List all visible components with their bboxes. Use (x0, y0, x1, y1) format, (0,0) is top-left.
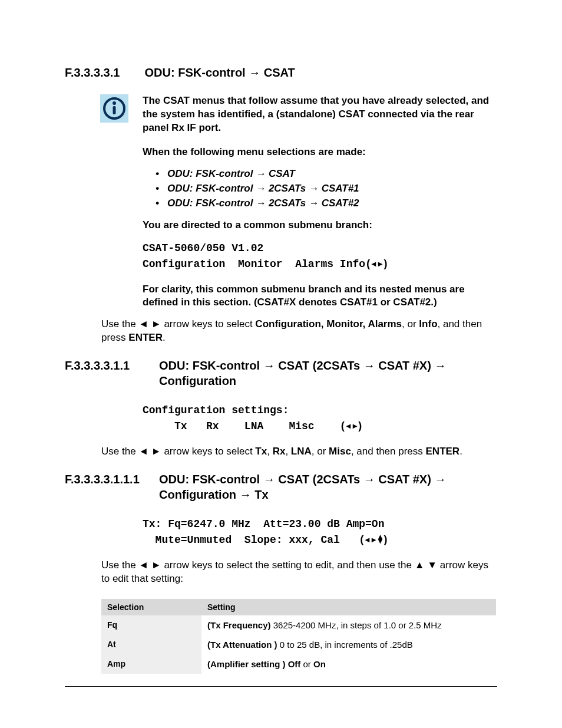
info-block: The CSAT menus that follow assume that y… (65, 94, 497, 135)
footer-rule (65, 686, 497, 687)
left-right-filled-arrows-icon: ◄ ► (138, 559, 161, 571)
cell-setting: (Tx Frequency) 3625-4200 MHz, in steps o… (201, 615, 496, 635)
instruction-3: Use the ◄ ► arrow keys to select the set… (101, 559, 497, 586)
settings-table: Selection Setting Fq (Tx Frequency) 3625… (101, 599, 496, 674)
table-row: At (Tx Attenuation ) 0 to 25 dB, in incr… (101, 635, 496, 654)
submenu-display-1: CSAT-5060/050 V1.02 Configuration Monito… (143, 241, 497, 272)
heading-number: F.3.3.3.3.1.1 (65, 358, 159, 388)
bullet-2: ODU: FSK-control → 2CSATs → CSAT#1 (156, 182, 497, 196)
table-row: Amp (Amplifier setting ) Off or On (101, 654, 496, 674)
col-setting: Setting (201, 599, 496, 615)
info-lead-text: The CSAT menus that follow assume that y… (143, 94, 497, 135)
left-right-arrows-icon: ◂ ▸ (346, 421, 357, 430)
svg-point-2 (113, 101, 116, 105)
left-right-filled-arrows-icon: ◄ ► (138, 318, 161, 330)
left-right-updown-arrows-icon: ◂ ▸ ▴▾ (365, 535, 382, 544)
heading-number: F.3.3.3.3.1 (65, 65, 141, 80)
info-body: When the following menu selections are m… (143, 146, 497, 310)
heading-f3333111: F.3.3.3.3.1.1.1 ODU: FSK-control → CSAT … (65, 472, 497, 502)
config-block: Configuration settings: Tx Rx LNA Misc (… (143, 403, 497, 434)
heading-number: F.3.3.3.3.1.1.1 (65, 472, 159, 502)
info-p2: When the following menu selections are m… (143, 146, 497, 159)
cell-selection: At (101, 635, 201, 654)
bullet-list: ODU: FSK-control → CSAT ODU: FSK-control… (156, 167, 497, 210)
bullet-1: ODU: FSK-control → CSAT (156, 167, 497, 181)
table-header-row: Selection Setting (101, 599, 496, 615)
heading-f33331: F.3.3.3.3.1 ODU: FSK-control → CSAT (65, 65, 497, 80)
tx-block: Tx: Fq=6247.0 MHz Att=23.00 dB Amp=On Mu… (143, 516, 497, 548)
page: F.3.3.3.3.1 ODU: FSK-control → CSAT The … (0, 0, 562, 728)
col-selection: Selection (101, 599, 201, 615)
heading-f333311: F.3.3.3.3.1.1 ODU: FSK-control → CSAT (2… (65, 358, 497, 388)
heading-title: ODU: FSK-control → CSAT (145, 66, 295, 79)
instruction-2: Use the ◄ ► arrow keys to select Tx, Rx,… (101, 445, 497, 459)
heading-title: ODU: FSK-control → CSAT (2CSATs → CSAT #… (159, 358, 489, 388)
table-row: Fq (Tx Frequency) 3625-4200 MHz, in step… (101, 615, 496, 635)
cell-setting: (Amplifier setting ) Off or On (201, 654, 496, 674)
cell-selection: Fq (101, 615, 201, 635)
left-right-filled-arrows-icon: ◄ ► (138, 446, 161, 457)
info-p4: For clarity, this common submenu branch … (143, 283, 497, 310)
cell-selection: Amp (101, 654, 201, 674)
instruction-1: Use the ◄ ► arrow keys to select Configu… (101, 318, 497, 345)
bullet-3: ODU: FSK-control → 2CSATs → CSAT#2 (156, 197, 497, 210)
info-p3: You are directed to a common submenu bra… (143, 219, 497, 232)
info-icon (100, 94, 128, 123)
svg-rect-3 (113, 106, 116, 114)
submenu-display-3: Tx: Fq=6247.0 MHz Att=23.00 dB Amp=On Mu… (143, 516, 497, 548)
heading-title: ODU: FSK-control → CSAT (2CSATs → CSAT #… (159, 472, 489, 502)
cell-setting: (Tx Attenuation ) 0 to 25 dB, in increme… (201, 635, 496, 654)
up-down-filled-arrows-icon: ▲ ▼ (415, 559, 437, 571)
left-right-arrows-icon: ◂ ▸ (372, 259, 382, 268)
submenu-display-2: Configuration settings: Tx Rx LNA Misc (… (143, 403, 497, 434)
